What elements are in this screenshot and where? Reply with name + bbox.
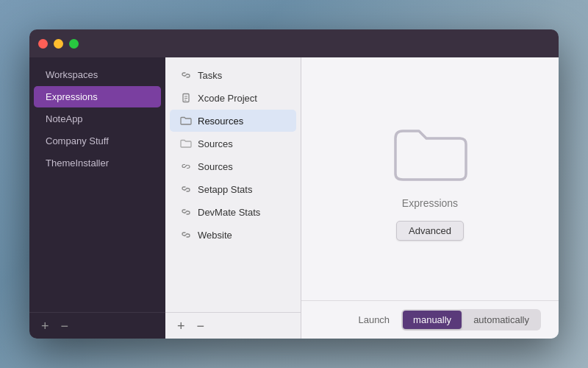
- middle-list: Tasks Xcode Project: [165, 57, 301, 312]
- minimize-button[interactable]: [54, 39, 63, 49]
- middle-item-tasks[interactable]: Tasks: [170, 64, 296, 86]
- middle-item-tasks-label: Tasks: [198, 70, 222, 81]
- sidebar-remove-button[interactable]: −: [58, 318, 72, 334]
- maximize-button[interactable]: [69, 39, 79, 49]
- middle-item-setapp-label: Setapp Stats: [198, 184, 252, 195]
- workspace-folder-icon: [390, 118, 470, 185]
- workspace-name: Expressions: [402, 197, 458, 209]
- sidebar-item-theme-installer[interactable]: ThemeInstaller: [34, 152, 161, 174]
- link-icon: [180, 69, 192, 81]
- sidebar-item-workspaces[interactable]: Workspaces: [34, 64, 161, 85]
- main-window: Workspaces Expressions NoteApp Company S…: [29, 29, 559, 339]
- launch-segmented-control: manually automatically: [401, 309, 541, 330]
- close-button[interactable]: [38, 39, 48, 49]
- middle-item-setapp-stats[interactable]: Setapp Stats: [170, 178, 296, 200]
- launch-automatically-button[interactable]: automatically: [463, 311, 539, 329]
- launch-manually-button[interactable]: manually: [403, 311, 462, 329]
- sidebar: Workspaces Expressions NoteApp Company S…: [29, 57, 165, 339]
- middle-item-devmate-stats[interactable]: DevMate Stats: [170, 201, 296, 223]
- folder-open-icon: [180, 115, 192, 127]
- middle-item-sources2-label: Sources: [198, 161, 233, 172]
- middle-add-button[interactable]: +: [174, 318, 188, 334]
- middle-item-sources1-label: Sources: [198, 138, 233, 149]
- middle-item-devmate-label: DevMate Stats: [198, 207, 260, 218]
- advanced-button[interactable]: Advanced: [396, 221, 464, 241]
- link-icon-2: [180, 183, 192, 195]
- sidebar-item-noteapp[interactable]: NoteApp: [34, 108, 161, 130]
- middle-item-sources-2[interactable]: Sources: [170, 155, 296, 177]
- middle-footer: + −: [165, 312, 301, 339]
- sidebar-add-button[interactable]: +: [38, 318, 52, 334]
- middle-remove-button[interactable]: −: [194, 318, 208, 334]
- middle-panel: Tasks Xcode Project: [165, 57, 301, 339]
- link-icon-3: [180, 206, 192, 218]
- launch-label: Launch: [358, 314, 390, 325]
- main-footer: Launch manually automatically: [301, 300, 559, 339]
- sidebar-footer: + −: [29, 312, 165, 339]
- folder-icon: [180, 138, 192, 149]
- middle-item-website-label: Website: [198, 230, 232, 241]
- middle-item-xcode-project[interactable]: Xcode Project: [170, 87, 296, 109]
- middle-item-resources-label: Resources: [198, 116, 243, 127]
- titlebar: [29, 29, 559, 57]
- content-area: Workspaces Expressions NoteApp Company S…: [29, 57, 559, 339]
- sidebar-item-expressions[interactable]: Expressions: [34, 86, 161, 107]
- middle-item-resources[interactable]: Resources: [170, 110, 296, 132]
- main-panel: Expressions Advanced Launch manually aut…: [301, 57, 559, 339]
- sidebar-list: Workspaces Expressions NoteApp Company S…: [29, 57, 165, 312]
- link-folder-icon: [180, 160, 192, 172]
- middle-item-website[interactable]: Website: [170, 224, 296, 246]
- middle-item-sources-1[interactable]: Sources: [170, 132, 296, 155]
- file-icon: [180, 92, 192, 104]
- link-icon-4: [180, 229, 192, 241]
- main-content: Expressions Advanced: [301, 57, 559, 300]
- sidebar-item-company-stuff[interactable]: Company Stuff: [34, 130, 161, 152]
- middle-item-xcode-label: Xcode Project: [198, 93, 257, 104]
